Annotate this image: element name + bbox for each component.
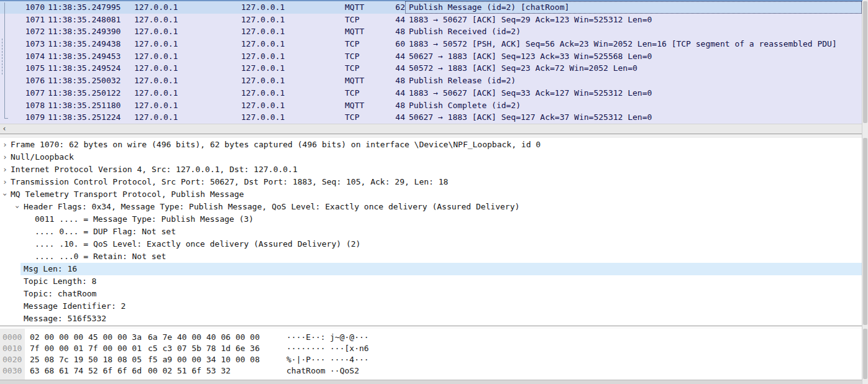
packet-cell-destination: 127.0.0.1 <box>241 87 285 99</box>
packet-cell-source: 127.0.0.1 <box>134 14 178 26</box>
packet-cell-info: 1883 → 50572 [PSH, ACK] Seq=56 Ack=23 Wi… <box>409 38 862 50</box>
packet-list-vscroll-thumb[interactable] <box>863 1 867 123</box>
detail-field-text: .... .10. = QoS Level: Exactly once deli… <box>35 238 360 250</box>
vertical-scrollbar[interactable] <box>862 0 868 384</box>
hex-ascii1[interactable]: ····E··: <box>286 332 326 343</box>
hex-hex2[interactable]: c5 c3 07 5b 78 1d 6e 36 <box>148 343 260 354</box>
packet-cell-protocol: TCP <box>345 14 359 26</box>
detail-tree-row[interactable]: .... 0... = DUP Flag: Not set <box>0 226 862 238</box>
previous-row-edge <box>0 0 862 1</box>
packet-cell-source: 127.0.0.1 <box>134 111 178 124</box>
packet-cell-time: 11:38:35.248081 <box>48 14 121 26</box>
packet-cell-info: 50627 → 1883 [ACK] Seq=123 Ack=33 Win=52… <box>409 50 862 63</box>
expand-arrow-icon[interactable]: › <box>2 163 8 176</box>
hex-row[interactable]: 002025 08 7c 19 50 18 08 05f5 a9 00 00 3… <box>0 354 862 365</box>
hex-row[interactable]: 000002 00 00 00 45 00 00 3a6a 7e 40 00 4… <box>0 332 862 343</box>
packet-row[interactable]: 107711:38:35.250122127.0.0.1127.0.0.1TCP… <box>0 87 862 99</box>
detail-tree-row[interactable]: ›Null/Loopback <box>0 151 862 163</box>
detail-field-text: Transmission Control Protocol, Src Port:… <box>11 176 448 188</box>
packet-cell-no: 1078 <box>9 99 45 112</box>
packet-list-rows: 107011:38:35.247995127.0.0.1127.0.0.1MQT… <box>0 1 862 124</box>
scroll-left-arrow-icon[interactable]: ‹ <box>0 124 9 134</box>
hex-ascii2[interactable]: ··QoS2 <box>330 365 359 377</box>
detail-tree-row[interactable]: ›Frame 1070: 62 bytes on wire (496 bits)… <box>0 139 862 151</box>
packet-cell-no: 1077 <box>9 87 45 99</box>
detail-field-text: Message Identifier: 2 <box>24 300 126 313</box>
packet-cell-protocol: TCP <box>345 62 359 75</box>
hex-row[interactable]: 003063 68 61 74 52 6f 6f 6d00 02 51 6f 5… <box>0 365 862 377</box>
hex-hex2[interactable]: f5 a9 00 00 34 10 00 08 <box>148 354 260 365</box>
detail-tree-row[interactable]: Message Identifier: 2 <box>0 300 862 313</box>
hex-hex1[interactable]: 02 00 00 00 45 00 00 3a <box>30 332 142 343</box>
hex-vscroll-thumb[interactable] <box>863 329 867 379</box>
packet-row[interactable]: 107211:38:35.249390127.0.0.1127.0.0.1MQT… <box>0 25 862 38</box>
hex-bytes-pane: 000002 00 00 00 45 00 00 3a6a 7e 40 00 4… <box>0 329 862 380</box>
packet-list-hscrollbar[interactable]: ‹ <box>0 124 862 134</box>
conversation-bracket <box>4 2 5 119</box>
packet-cell-protocol: TCP <box>345 111 359 124</box>
packet-row[interactable]: 107311:38:35.249438127.0.0.1127.0.0.1TCP… <box>0 38 862 50</box>
hex-ascii2[interactable]: j~@·@··· <box>330 332 369 343</box>
detail-tree-row[interactable]: 0011 .... = Message Type: Publish Messag… <box>0 213 862 226</box>
detail-tree-row[interactable]: ›Transmission Control Protocol, Src Port… <box>0 176 862 188</box>
hex-ascii1[interactable]: chatRoom <box>286 365 326 377</box>
packet-row[interactable]: 107111:38:35.248081127.0.0.1127.0.0.1TCP… <box>0 14 862 26</box>
collapse-arrow-icon[interactable]: › <box>11 204 24 210</box>
packet-cell-protocol: MQTT <box>345 99 364 112</box>
expand-arrow-icon[interactable]: › <box>2 151 8 163</box>
packet-cell-source: 127.0.0.1 <box>134 1 178 14</box>
hex-ascii1[interactable]: ········ <box>286 343 326 354</box>
packet-row[interactable]: 107511:38:35.249524127.0.0.1127.0.0.1TCP… <box>0 62 862 75</box>
hex-ascii2[interactable]: ···[x·n6 <box>330 343 369 354</box>
detail-field-text: Msg Len: 16 <box>24 263 77 275</box>
packet-cell-protocol: MQTT <box>345 75 364 87</box>
packet-cell-destination: 127.0.0.1 <box>241 25 285 38</box>
detail-tree-row[interactable]: ›Header Flags: 0x34, Message Type: Publi… <box>0 201 862 213</box>
hex-ascii1[interactable]: %·|·P··· <box>286 354 326 365</box>
detail-tree-row[interactable]: .... .10. = QoS Level: Exactly once deli… <box>0 238 862 250</box>
expand-arrow-icon[interactable]: › <box>2 176 8 188</box>
hex-offset: 0000 <box>2 332 22 343</box>
packet-row[interactable]: 107611:38:35.250032127.0.0.1127.0.0.1MQT… <box>0 75 862 87</box>
packet-cell-source: 127.0.0.1 <box>134 25 178 38</box>
expand-arrow-icon[interactable]: › <box>2 139 8 151</box>
packet-cell-time: 11:38:35.250122 <box>48 87 121 99</box>
packet-row[interactable]: 107011:38:35.247995127.0.0.1127.0.0.1MQT… <box>0 1 862 14</box>
hex-hex2[interactable]: 6a 7e 40 00 40 06 00 00 <box>148 332 260 343</box>
collapse-arrow-icon[interactable]: › <box>0 191 11 198</box>
detail-tree-row[interactable]: Message: 516f5332 <box>0 313 862 325</box>
detail-vscroll-thumb[interactable] <box>863 138 867 325</box>
packet-cell-time: 11:38:35.250032 <box>48 75 121 87</box>
focus-rect <box>405 1 862 14</box>
detail-tree-row[interactable]: Msg Len: 16 <box>0 263 862 275</box>
packet-cell-info: 1883 → 50627 [ACK] Seq=29 Ack=123 Win=52… <box>409 14 862 26</box>
hex-row[interactable]: 00107f 00 00 01 7f 00 00 01c5 c3 07 5b 7… <box>0 343 862 354</box>
detail-tree-row[interactable]: Topic Length: 8 <box>0 275 862 288</box>
hex-hex1[interactable]: 25 08 7c 19 50 18 08 05 <box>30 354 142 365</box>
packet-cell-info: 50572 → 1883 [ACK] Seq=23 Ack=72 Win=205… <box>409 62 862 75</box>
packet-row[interactable]: 107411:38:35.249453127.0.0.1127.0.0.1TCP… <box>0 50 862 63</box>
hex-ascii2[interactable]: ····4··· <box>330 354 369 365</box>
packet-row[interactable]: 107811:38:35.251180127.0.0.1127.0.0.1MQT… <box>0 99 862 112</box>
packet-cell-protocol: MQTT <box>345 1 364 14</box>
packet-cell-time: 11:38:35.249390 <box>48 25 121 38</box>
packet-cell-length: 44 <box>370 50 405 63</box>
detail-tree-row[interactable]: ›MQ Telemetry Transport Protocol, Publis… <box>0 188 862 201</box>
packet-cell-info: 50627 → 1883 [ACK] Seq=127 Ack=37 Win=52… <box>409 111 862 124</box>
packet-cell-destination: 127.0.0.1 <box>241 14 285 26</box>
conversation-bracket-corner <box>4 118 8 119</box>
packet-cell-protocol: TCP <box>345 50 359 63</box>
packet-cell-protocol: TCP <box>345 38 359 50</box>
detail-tree-row[interactable]: .... ...0 = Retain: Not set <box>0 250 862 263</box>
hex-hex1[interactable]: 63 68 61 74 52 6f 6f 6d <box>30 365 142 377</box>
packet-row[interactable]: 107911:38:35.251224127.0.0.1127.0.0.1TCP… <box>0 111 862 124</box>
detail-tree-row[interactable]: Topic: chatRoom <box>0 288 862 300</box>
packet-cell-destination: 127.0.0.1 <box>241 50 285 63</box>
packet-cell-length: 48 <box>370 25 405 38</box>
detail-tree-row[interactable]: ›Internet Protocol Version 4, Src: 127.0… <box>0 163 862 176</box>
hex-offset: 0010 <box>2 343 22 354</box>
packet-cell-destination: 127.0.0.1 <box>241 111 285 124</box>
hex-hex2[interactable]: 00 02 51 6f 53 32 <box>148 365 231 377</box>
packet-cell-time: 11:38:35.251180 <box>48 99 121 112</box>
hex-hex1[interactable]: 7f 00 00 01 7f 00 00 01 <box>30 343 142 354</box>
